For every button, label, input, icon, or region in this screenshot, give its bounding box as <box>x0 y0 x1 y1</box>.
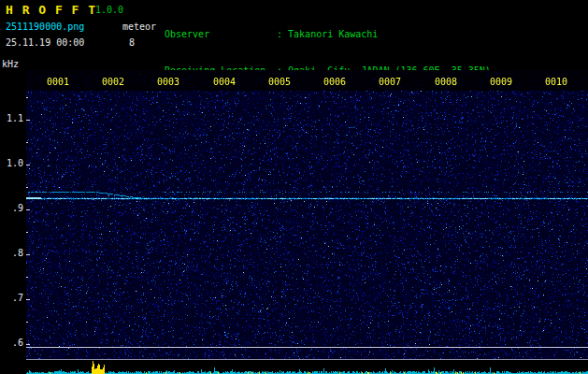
y-tick-label: 1.0 <box>0 159 23 168</box>
x-tick-label: 0005 <box>268 78 293 87</box>
hrofft-window: H R O F F T 1.0.0 2511190000.png meteor … <box>0 0 588 374</box>
output-filename: 2511190000.png <box>6 22 84 32</box>
y-tick-label: .8 <box>0 249 23 258</box>
x-tick-label: 0001 <box>47 78 71 87</box>
x-tick-label: 0007 <box>379 78 403 87</box>
signal-level-strip <box>26 360 588 374</box>
x-tick-label: 0008 <box>435 78 459 87</box>
y-tick-label: .9 <box>0 204 23 213</box>
y-tick-label: .7 <box>0 294 23 303</box>
observation-datetime: 25.11.19 00:00 <box>6 38 84 48</box>
y-tick-label: .6 <box>0 338 23 348</box>
x-tick-label: 0010 <box>545 78 569 87</box>
app-title: H R O F F T <box>6 4 96 16</box>
x-tick-label: 0004 <box>213 78 237 87</box>
y-axis-unit: kHz <box>2 60 19 69</box>
x-tick-label: 0003 <box>157 78 181 87</box>
app-version: 1.0.0 <box>95 6 123 15</box>
mode-label: meteor <box>122 22 156 32</box>
y-tick-label: 1.1 <box>0 114 23 123</box>
info-label: Observer <box>165 28 277 40</box>
spectrogram-canvas <box>26 70 588 360</box>
info-value: Takanori Kawachi <box>277 29 378 39</box>
x-tick-label: 0002 <box>102 78 126 87</box>
x-tick-label: 0009 <box>490 78 514 87</box>
channel-number: 8 <box>129 38 135 48</box>
x-tick-label: 0006 <box>323 78 348 87</box>
info-row-observer: ObserverTakanori Kawachi <box>165 28 491 40</box>
